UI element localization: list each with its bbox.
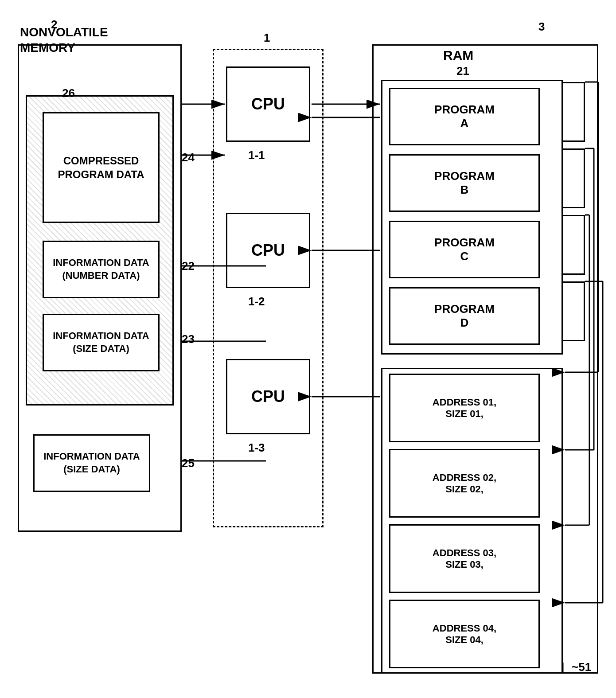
ram-title: RAM — [443, 48, 473, 63]
info-data-22-box: INFORMATION DATA (NUMBER DATA) — [43, 241, 160, 298]
diagram: 2 NONVOLATILE MEMORY 26 COMPRESSED PROGR… — [9, 18, 607, 687]
compressed-program-data-box: COMPRESSED PROGRAM DATA — [43, 112, 160, 223]
cpu-1-2-label: CPU — [251, 241, 285, 260]
cpu-1-2-box: CPU — [226, 213, 310, 288]
addr-04-label: ADDRESS 04, SIZE 04, — [433, 623, 496, 646]
label-23: 23 — [182, 332, 195, 346]
addr-02-box: ADDRESS 02, SIZE 02, — [389, 449, 540, 518]
program-b-box: PROGRAM B — [389, 154, 540, 212]
cpu-1-3-label: CPU — [251, 387, 285, 406]
info-data-22-label: INFORMATION DATA (NUMBER DATA) — [53, 257, 149, 282]
bracket-program-d — [563, 281, 585, 341]
label-21: 21 — [456, 64, 469, 78]
address-container: ADDRESS 01, SIZE 01, ADDRESS 02, SIZE 02… — [381, 368, 563, 674]
label-1-3: 1-3 — [248, 441, 265, 455]
addr-03-box: ADDRESS 03, SIZE 03, — [389, 524, 540, 593]
label-51: ~51 — [572, 660, 591, 674]
program-b-label: PROGRAM B — [434, 169, 495, 197]
program-c-box: PROGRAM C — [389, 221, 540, 278]
addr-01-box: ADDRESS 01, SIZE 01, — [389, 374, 540, 442]
label-22: 22 — [182, 259, 195, 273]
label-1-2: 1-2 — [248, 295, 265, 308]
program-d-label: PROGRAM D — [434, 302, 495, 330]
program-d-box: PROGRAM D — [389, 287, 540, 345]
cpu-1-3-box: CPU — [226, 359, 310, 434]
programs-container: PROGRAM A PROGRAM B PROGRAM C PROGRAM D — [381, 80, 563, 355]
cpu-1-1-box: CPU — [226, 66, 310, 142]
program-a-label: PROGRAM A — [434, 103, 495, 130]
compressed-program-data-label: COMPRESSED PROGRAM DATA — [58, 154, 144, 181]
addr-04-box: ADDRESS 04, SIZE 04, — [389, 600, 540, 668]
nvm-inner-hatched: COMPRESSED PROGRAM DATA INFORMATION DATA… — [26, 95, 174, 406]
bracket-program-b — [563, 148, 585, 208]
info-data-23-label: INFORMATION DATA (SIZE DATA) — [53, 330, 149, 355]
cpu-1-1-label: CPU — [251, 95, 285, 113]
addr-01-label: ADDRESS 01, SIZE 01, — [433, 397, 496, 420]
program-c-label: PROGRAM C — [434, 236, 495, 263]
label-3: 3 — [538, 20, 545, 34]
bracket-program-c — [563, 215, 585, 275]
label-1: 1 — [264, 31, 270, 45]
info-data-23-box: INFORMATION DATA (SIZE DATA) — [43, 314, 160, 371]
label-1-1: 1-1 — [248, 148, 265, 162]
nvm-title: NONVOLATILE MEMORY — [20, 24, 108, 55]
label-24: 24 — [182, 151, 195, 164]
program-a-box: PROGRAM A — [389, 88, 540, 145]
label-25: 25 — [182, 456, 195, 470]
addr-02-label: ADDRESS 02, SIZE 02, — [433, 472, 496, 495]
info-data-25-label: INFORMATION DATA (SIZE DATA) — [43, 450, 140, 476]
bracket-program-a — [563, 82, 585, 142]
addr-03-label: ADDRESS 03, SIZE 03, — [433, 547, 496, 570]
info-data-25-box: INFORMATION DATA (SIZE DATA) — [33, 434, 150, 492]
